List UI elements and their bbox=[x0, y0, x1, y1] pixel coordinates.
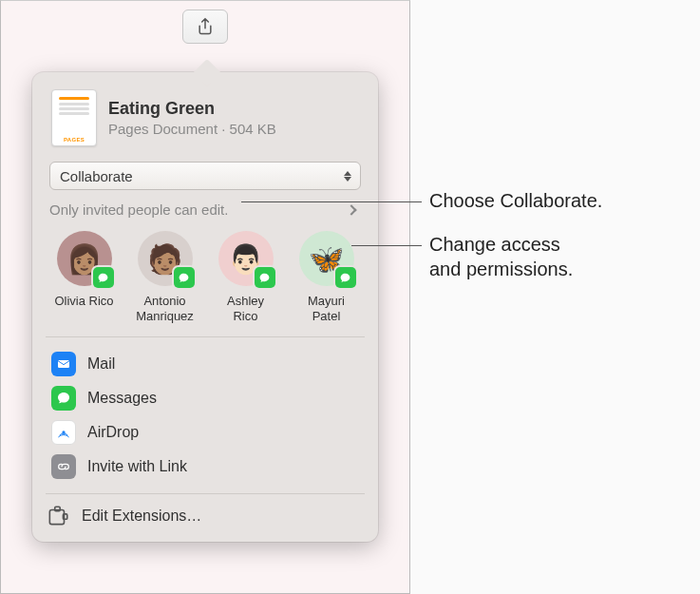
callout-line bbox=[241, 201, 422, 202]
edit-extensions-button[interactable]: Edit Extensions… bbox=[32, 494, 378, 542]
option-messages[interactable]: Messages bbox=[46, 381, 365, 415]
chevron-right-icon bbox=[346, 204, 356, 215]
contact-name: Antonio Manriquez bbox=[136, 294, 194, 323]
share-button[interactable] bbox=[182, 10, 228, 44]
document-title: Eating Green bbox=[108, 99, 276, 119]
document-type: Pages Document bbox=[108, 121, 218, 137]
option-label: Invite with Link bbox=[87, 458, 187, 475]
document-meta: Pages Document · 504 KB bbox=[108, 121, 276, 137]
option-label: Messages bbox=[87, 390, 157, 407]
pages-document-icon: PAGES bbox=[51, 89, 97, 146]
messages-badge-icon bbox=[335, 267, 356, 288]
contact-olivia[interactable]: 👩🏽 Olivia Rico bbox=[47, 231, 123, 323]
collaborate-dropdown[interactable]: Collaborate bbox=[49, 162, 361, 190]
dropdown-label: Collaborate bbox=[60, 168, 133, 184]
contact-ashley[interactable]: 👨🏻 Ashley Rico bbox=[208, 231, 284, 323]
callout-line bbox=[351, 245, 422, 246]
messages-badge-icon bbox=[93, 267, 114, 288]
doc-icon-label: PAGES bbox=[64, 137, 85, 145]
svg-rect-0 bbox=[58, 360, 69, 368]
svg-rect-2 bbox=[49, 510, 64, 525]
option-label: AirDrop bbox=[87, 424, 139, 441]
svg-rect-3 bbox=[55, 507, 60, 510]
edit-extensions-label: Edit Extensions… bbox=[82, 508, 201, 525]
option-invite-link[interactable]: Invite with Link bbox=[46, 450, 365, 484]
link-icon bbox=[51, 454, 76, 479]
messages-badge-icon bbox=[255, 267, 275, 288]
extensions-icon bbox=[46, 504, 70, 528]
contact-name: Ashley Rico bbox=[227, 294, 264, 323]
document-size: 504 KB bbox=[230, 121, 276, 137]
contact-antonio[interactable]: 🧑🏽 Antonio Manriquez bbox=[127, 231, 203, 323]
callout-access: Change access and permissions. bbox=[429, 232, 573, 281]
option-label: Mail bbox=[87, 355, 115, 373]
messages-icon bbox=[51, 386, 76, 411]
svg-rect-4 bbox=[63, 514, 66, 519]
callout-collaborate: Choose Collaborate. bbox=[429, 188, 602, 213]
contact-name: Olivia Rico bbox=[54, 294, 113, 309]
contacts-row: 👩🏽 Olivia Rico 🧑🏽 Antonio Manriquez 👨🏻 bbox=[44, 231, 367, 336]
updown-arrows-icon bbox=[339, 166, 356, 185]
messages-badge-icon bbox=[174, 267, 195, 288]
airdrop-icon bbox=[51, 420, 76, 445]
document-header: PAGES Eating Green Pages Document · 504 … bbox=[32, 72, 378, 156]
contact-name: Mayuri Patel bbox=[308, 294, 345, 323]
mail-icon bbox=[51, 352, 76, 376]
share-icon bbox=[196, 16, 215, 37]
option-mail[interactable]: Mail bbox=[46, 347, 365, 381]
share-options-list: Mail Messages AirDrop Invite with Link bbox=[32, 337, 378, 493]
option-airdrop[interactable]: AirDrop bbox=[46, 415, 365, 450]
access-text: Only invited people can edit. bbox=[49, 201, 228, 218]
access-permissions-row[interactable]: Only invited people can edit. bbox=[49, 201, 361, 218]
share-popover: PAGES Eating Green Pages Document · 504 … bbox=[32, 72, 378, 542]
